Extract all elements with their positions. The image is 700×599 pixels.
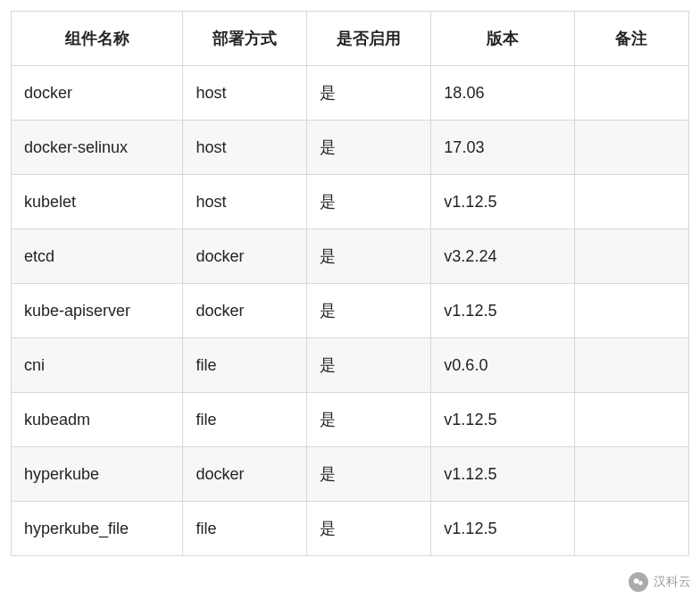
- cell-name: etcd: [12, 229, 183, 284]
- cell-version: 18.06: [431, 66, 574, 121]
- table-row: kube-apiserver docker 是 v1.12.5: [12, 284, 689, 338]
- cell-deploy: file: [183, 393, 307, 447]
- cell-enabled: 是: [307, 175, 431, 229]
- cell-enabled: 是: [307, 502, 431, 556]
- cell-version: v0.6.0: [431, 338, 574, 393]
- cell-enabled: 是: [307, 121, 431, 175]
- cell-enabled: 是: [307, 447, 431, 502]
- table-row: etcd docker 是 v3.2.24: [12, 229, 689, 284]
- cell-name: kubelet: [12, 175, 183, 229]
- cell-deploy: docker: [183, 284, 307, 338]
- table-row: kubelet host 是 v1.12.5: [12, 175, 689, 229]
- cell-name: kube-apiserver: [12, 284, 183, 338]
- cell-remark: [574, 447, 688, 502]
- cell-version: v1.12.5: [431, 175, 574, 229]
- cell-remark: [574, 502, 688, 556]
- cell-version: v1.12.5: [431, 447, 574, 502]
- cell-deploy: docker: [183, 447, 307, 502]
- header-version: 版本: [431, 12, 574, 66]
- cell-name: kubeadm: [12, 393, 183, 447]
- header-enabled: 是否启用: [307, 12, 431, 66]
- cell-remark: [574, 284, 688, 338]
- table-row: hyperkube docker 是 v1.12.5: [12, 447, 689, 502]
- cell-name: hyperkube: [12, 447, 183, 502]
- components-table: 组件名称 部署方式 是否启用 版本 备注 docker host 是 18.06…: [11, 11, 689, 556]
- cell-name: cni: [12, 338, 183, 393]
- cell-remark: [574, 175, 688, 229]
- cell-version: 17.03: [431, 121, 574, 175]
- cell-remark: [574, 393, 688, 447]
- table-row: docker-selinux host 是 17.03: [12, 121, 689, 175]
- cell-remark: [574, 338, 688, 393]
- cell-deploy: docker: [183, 229, 307, 284]
- cell-enabled: 是: [307, 66, 431, 121]
- cell-enabled: 是: [307, 338, 431, 393]
- header-name: 组件名称: [12, 12, 183, 66]
- cell-name: docker: [12, 66, 183, 121]
- cell-enabled: 是: [307, 393, 431, 447]
- cell-remark: [574, 229, 688, 284]
- table-row: kubeadm file 是 v1.12.5: [12, 393, 689, 447]
- cell-remark: [574, 66, 688, 121]
- table-row: cni file 是 v0.6.0: [12, 338, 689, 393]
- svg-point-0: [634, 578, 639, 584]
- watermark: 汉科云: [629, 572, 691, 592]
- cell-version: v1.12.5: [431, 284, 574, 338]
- header-deploy: 部署方式: [183, 12, 307, 66]
- cell-name: hyperkube_file: [12, 502, 183, 556]
- table-row: docker host 是 18.06: [12, 66, 689, 121]
- cell-deploy: file: [183, 502, 307, 556]
- table-header-row: 组件名称 部署方式 是否启用 版本 备注: [12, 12, 689, 66]
- wechat-icon: [629, 572, 648, 592]
- cell-enabled: 是: [307, 229, 431, 284]
- cell-deploy: file: [183, 338, 307, 393]
- cell-deploy: host: [183, 121, 307, 175]
- svg-point-1: [638, 581, 643, 586]
- cell-version: v1.12.5: [431, 502, 574, 556]
- cell-deploy: host: [183, 175, 307, 229]
- cell-remark: [574, 121, 688, 175]
- cell-version: v1.12.5: [431, 393, 574, 447]
- header-remark: 备注: [574, 12, 688, 66]
- cell-enabled: 是: [307, 284, 431, 338]
- cell-name: docker-selinux: [12, 121, 183, 175]
- cell-version: v3.2.24: [431, 229, 574, 284]
- table-row: hyperkube_file file 是 v1.12.5: [12, 502, 689, 556]
- watermark-text: 汉科云: [654, 574, 691, 590]
- cell-deploy: host: [183, 66, 307, 121]
